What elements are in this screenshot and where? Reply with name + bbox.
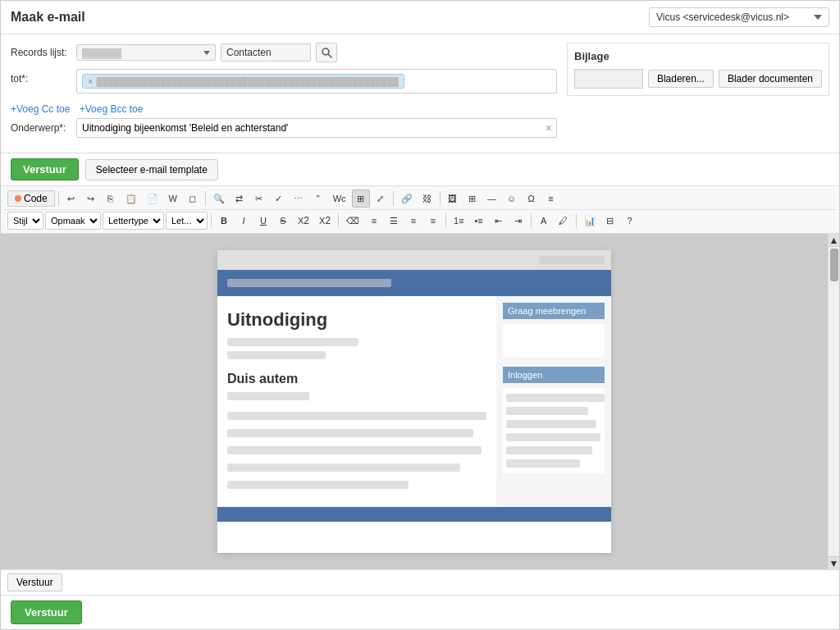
cut-button[interactable]: ✂ [250, 189, 268, 208]
paste-button[interactable]: 📋 [121, 189, 141, 208]
subject-clear-icon[interactable]: × [546, 121, 552, 135]
text-color-button[interactable]: A [535, 212, 553, 230]
graag-section: Graag meebrengen [503, 303, 605, 357]
editor-scroll[interactable]: Uitnodiging Duis autem [1, 234, 828, 569]
list-unordered-button[interactable]: •≡ [470, 212, 488, 230]
email-subtitle2 [227, 351, 326, 359]
send-button-footer[interactable]: Verstuur [11, 600, 82, 624]
spell-button[interactable]: ✓ [270, 189, 288, 208]
superscript-button[interactable]: X2 [315, 212, 335, 230]
email-banner-blurred [227, 279, 391, 287]
contacten-select[interactable]: Contacten [221, 43, 311, 62]
account-dropdown-icon [814, 15, 822, 20]
browse-button[interactable]: Bladeren... [648, 70, 714, 88]
replace-button[interactable]: ⇄ [231, 189, 249, 208]
records-arrow-icon [203, 51, 210, 55]
hr-button[interactable]: — [483, 189, 501, 208]
code-button[interactable]: Code [7, 190, 55, 207]
lettertype-select[interactable]: Lettertype [103, 212, 164, 230]
email-blue-banner [217, 270, 611, 296]
search-icon [321, 47, 332, 58]
separator-4 [440, 191, 441, 206]
subject-label: Onderwerp*: [11, 118, 76, 134]
bijlage-input[interactable] [574, 69, 643, 89]
account-selector[interactable]: Vicus <servicedesk@vicus.nl> [649, 7, 829, 27]
select-template-button[interactable]: Selecteer e-mail template [85, 159, 218, 180]
align-center-button[interactable]: ☰ [385, 212, 403, 230]
inloggen-header: Inloggen [503, 367, 605, 383]
iframe-button[interactable]: ≡ [542, 189, 560, 208]
scrollbar-down-button[interactable]: ▼ [829, 556, 840, 569]
bold-button[interactable]: B [215, 212, 233, 230]
code-icon [15, 195, 21, 202]
table2-button[interactable]: ⊟ [601, 212, 619, 230]
source-button[interactable]: ⊞ [352, 189, 370, 208]
scrollbar-track[interactable] [829, 247, 839, 556]
browse-docs-button[interactable]: Blader documenten [719, 70, 822, 88]
email-preview-title: Uitnodiging [227, 309, 486, 331]
send-button-main[interactable]: Verstuur [11, 158, 79, 180]
template-var-button[interactable]: ⋯ [290, 189, 308, 208]
editor-scrollbar[interactable]: ▲ ▼ [828, 234, 839, 569]
link-button[interactable]: 🔗 [397, 189, 417, 208]
fullscreen-button[interactable]: ⤢ [372, 189, 390, 208]
add-cc-link[interactable]: +Voeg Cc toe [11, 103, 70, 115]
search-button[interactable] [316, 43, 337, 62]
separator-9 [576, 213, 577, 228]
email-header-bar [217, 250, 611, 270]
table-button[interactable]: ⊞ [463, 189, 482, 208]
records-select[interactable]: ▓▓▓▓▓▓ [76, 44, 216, 61]
to-tag-text: ████████████████████████████████████████… [96, 77, 398, 86]
underline-button[interactable]: U [254, 212, 272, 230]
subscript-button[interactable]: X2 [294, 212, 313, 230]
align-right-button[interactable]: ≡ [404, 212, 422, 230]
align-justify-button[interactable]: ≡ [424, 212, 442, 230]
scrollbar-up-button[interactable]: ▲ [829, 234, 840, 247]
undo-button[interactable]: ↩ [62, 189, 80, 208]
style-select[interactable]: Stijl [7, 212, 43, 230]
scrollbar-thumb[interactable] [830, 249, 838, 281]
outdent-button[interactable]: ⇤ [490, 212, 508, 230]
editor-toolbar: Code ↩ ↪ ⎘ 📋 📄 W ◻ 🔍 ⇄ ✂ ✓ ⋯ " Wc ⊞ ⤢ 🔗 … [1, 186, 839, 234]
select-all-button[interactable]: ◻ [184, 189, 202, 208]
to-tag-remove[interactable]: × [88, 76, 93, 86]
separator-6 [338, 213, 339, 228]
send-button-bottom[interactable]: Verstuur [7, 573, 62, 591]
italic-button[interactable]: I [235, 212, 253, 230]
separator-3 [393, 191, 394, 206]
word-count-button[interactable]: Wc [329, 189, 350, 208]
special-char-button[interactable]: Ω [523, 189, 541, 208]
chart-button[interactable]: 📊 [580, 212, 600, 230]
remove-format-button[interactable]: ⌫ [342, 212, 363, 230]
align-left-button[interactable]: ≡ [365, 212, 383, 230]
image-button[interactable]: 🖼 [444, 189, 462, 208]
email-main-content: Uitnodiging Duis autem [217, 296, 496, 507]
help-button[interactable]: ? [621, 212, 639, 230]
email-section-sub [227, 392, 309, 400]
strikethrough-button[interactable]: S [274, 212, 292, 230]
smiley-button[interactable]: ☺ [503, 189, 521, 208]
paste-text-button[interactable]: 📄 [143, 189, 162, 208]
paste-word-button[interactable]: W [164, 189, 182, 208]
to-tag: × ██████████████████████████████████████… [82, 74, 404, 89]
to-field[interactable]: × ██████████████████████████████████████… [76, 69, 557, 94]
copy-button[interactable]: ⎘ [102, 189, 120, 208]
indent-button[interactable]: ⇥ [509, 212, 527, 230]
email-section-title: Duis autem [227, 372, 486, 386]
find-button[interactable]: 🔍 [209, 189, 229, 208]
fontsize-select[interactable]: Let... [166, 212, 208, 230]
cc-bcc-links: +Voeg Cc toe +Voeg Bcc toe [11, 100, 557, 118]
separator-8 [531, 213, 532, 228]
list-ordered-button[interactable]: 1≡ [450, 212, 468, 230]
unlink-button[interactable]: ⛓ [418, 189, 436, 208]
separator-2 [205, 191, 206, 206]
opmaak-select[interactable]: Opmaak [45, 212, 101, 230]
quote-button[interactable]: " [309, 189, 327, 208]
add-bcc-link[interactable]: +Voeg Bcc toe [80, 103, 144, 115]
email-body: Uitnodiging Duis autem [217, 296, 611, 507]
bg-color-button[interactable]: 🖊 [555, 212, 573, 230]
redo-button[interactable]: ↪ [82, 189, 100, 208]
subject-input[interactable] [76, 118, 557, 138]
email-body-text [227, 408, 486, 491]
editor-toolbar-bottom: Stijl Opmaak Lettertype Let... B I U S X… [4, 210, 836, 231]
